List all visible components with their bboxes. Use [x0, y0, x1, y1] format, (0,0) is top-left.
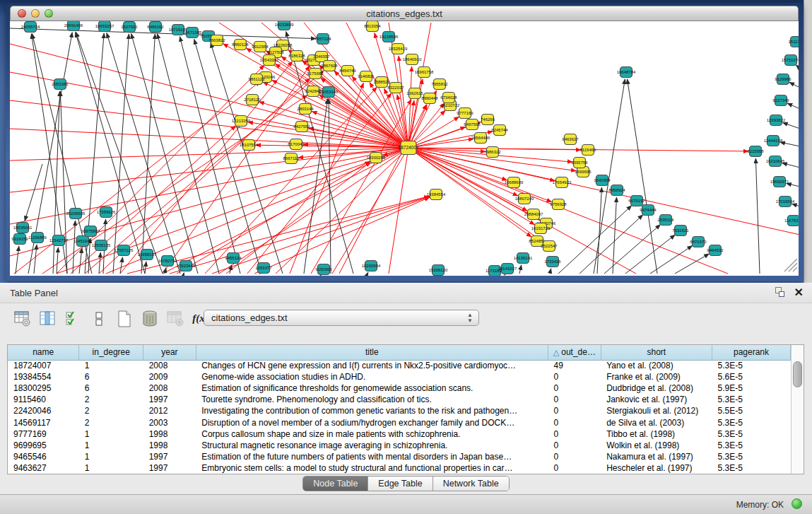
tab-network-table[interactable]: Network Table — [433, 477, 509, 491]
network-node[interactable]: 6679197 — [628, 196, 645, 206]
network-node[interactable]: 10688609 — [505, 177, 524, 188]
network-node[interactable]: 15306120 — [429, 265, 448, 276]
network-node[interactable]: 9474444 — [640, 205, 657, 216]
column-header-short[interactable]: short — [601, 345, 712, 360]
tab-edge-table[interactable]: Edge Table — [368, 477, 433, 491]
table-row[interactable]: 1872400712008Changes of HCN gene express… — [8, 360, 791, 371]
network-node[interactable]: 2522547 — [541, 241, 558, 252]
network-node[interactable]: 9455124 — [225, 253, 242, 264]
network-node[interactable]: 11675333 — [784, 216, 799, 226]
network-node[interactable]: 18640910 — [403, 54, 422, 65]
network-node[interactable]: 8813054 — [364, 21, 381, 32]
table-row[interactable]: 1938455462009Genome-wide association stu… — [8, 371, 791, 382]
network-node[interactable]: 17654923 — [553, 177, 572, 188]
new-table-icon[interactable] — [114, 309, 134, 328]
table-selector-dropdown[interactable]: citations_edges.txt ▲▼ — [204, 310, 479, 326]
table-row[interactable]: 2242004622012Investigating the contribut… — [8, 405, 791, 416]
network-node[interactable]: 9595756 — [571, 158, 588, 168]
delete-rows-icon[interactable] — [140, 309, 159, 328]
network-node[interactable]: 20564486 — [471, 133, 490, 144]
network-node[interactable]: 2053381 — [52, 79, 69, 90]
network-node[interactable]: 2803144 — [297, 104, 314, 115]
network-node[interactable]: 10653257 — [95, 21, 114, 32]
network-node[interactable]: 8990448 — [421, 93, 438, 104]
network-window-titlebar[interactable]: citations_edges.txt — [10, 6, 799, 21]
network-node[interactable]: 9227349 — [772, 95, 789, 106]
network-node[interactable]: 15751074 — [782, 55, 799, 66]
network-node[interactable]: 9115460 — [580, 145, 597, 156]
network-node[interactable]: 8322037 — [387, 83, 404, 93]
network-node[interactable]: 11156889 — [28, 233, 47, 243]
close-panel-icon[interactable]: ✕ — [794, 287, 804, 298]
table-row[interactable]: 1456911722003Disruption of a novel membe… — [8, 416, 791, 428]
network-node[interactable]: 7955812 — [431, 79, 448, 90]
network-node[interactable]: 746266 — [481, 115, 495, 125]
network-node[interactable]: 7986322 — [484, 147, 501, 158]
network-node[interactable]: 8958924 — [608, 185, 625, 196]
network-node[interactable]: 17359926 — [97, 207, 116, 218]
network-graph[interactable]: 2405572420691406106532571527602646616210… — [10, 21, 799, 276]
network-node[interactable]: 9464532 — [707, 245, 724, 256]
column-header-pagerank[interactable]: pagerank — [712, 345, 790, 360]
network-node[interactable]: 24055724 — [21, 22, 40, 33]
network-node[interactable]: 20691406 — [64, 21, 83, 31]
network-node[interactable]: 1733426 — [544, 257, 561, 267]
network-node[interactable]: 6466162 — [147, 22, 164, 33]
table-row[interactable]: 946362711997Embryonic stem cells: a mode… — [8, 462, 791, 474]
network-node[interactable]: 9777169 — [457, 108, 473, 119]
network-node[interactable]: 9146821 — [358, 71, 375, 82]
network-node[interactable]: 1640954 — [594, 175, 611, 186]
network-hub-node[interactable]: 18724007 — [399, 141, 419, 155]
network-node[interactable]: 16033809 — [275, 21, 294, 30]
network-node[interactable]: 8186328 — [288, 51, 305, 62]
column-header-name[interactable]: name — [8, 345, 79, 360]
network-node[interactable]: 8170043 — [288, 139, 305, 150]
column-header-title[interactable]: title — [196, 345, 548, 360]
network-node[interactable]: 9319159 — [11, 234, 28, 245]
network-node[interactable]: 8667110 — [283, 153, 300, 164]
network-node[interactable]: 9912954 — [252, 42, 269, 52]
resize-grip[interactable] — [784, 259, 797, 271]
table-row[interactable]: 1830029562008Estimation of significance … — [8, 382, 791, 394]
network-node[interactable]: 1253377 — [255, 263, 272, 274]
network-node[interactable]: 7857224 — [314, 34, 331, 45]
network-node[interactable]: 9463627 — [562, 134, 579, 145]
network-node[interactable]: 9756928 — [550, 199, 567, 210]
network-node[interactable]: 1511305 — [789, 37, 799, 47]
column-header-out_de[interactable]: △ out_de… — [548, 345, 601, 360]
network-node[interactable]: 19535061 — [13, 223, 33, 233]
network-node[interactable]: 12093822 — [767, 115, 786, 126]
network-node[interactable]: 18807249 — [515, 194, 534, 204]
table-row[interactable]: 977716911998Corpus callosum shape and si… — [8, 428, 791, 440]
table-row[interactable]: 969969511998Structural magnetic resonanc… — [8, 440, 791, 451]
network-node[interactable]: 7663822 — [208, 35, 225, 46]
network-node[interactable]: 9150963 — [315, 264, 332, 275]
network-node[interactable]: 30975887 — [81, 226, 100, 237]
network-node[interactable]: 6497568 — [464, 119, 481, 130]
network-node[interactable]: 6245744 — [491, 125, 508, 136]
network-node[interactable]: 19218596 — [379, 32, 399, 42]
network-canvas[interactable]: 2405572420691406106532571527602646616210… — [10, 21, 799, 276]
select-columns-icon[interactable] — [64, 309, 83, 328]
network-node[interactable]: 8860124 — [232, 40, 249, 50]
network-node[interactable]: 12505135 — [92, 240, 111, 251]
network-node[interactable]: 16648784 — [617, 67, 636, 78]
network-node[interactable]: 9861123 — [249, 74, 266, 85]
network-node[interactable]: 2718120 — [244, 95, 261, 105]
table-scrollbar-thumb[interactable] — [793, 361, 802, 387]
network-node[interactable]: 6471670 — [690, 237, 707, 247]
table-scrollbar[interactable] — [791, 345, 804, 474]
network-node[interactable]: 17016504 — [776, 197, 795, 207]
network-node[interactable]: 7632621 — [672, 226, 689, 236]
row-options-icon[interactable] — [89, 309, 108, 328]
network-node[interactable]: 2867608 — [321, 61, 338, 71]
column-header-in_degree[interactable]: in_degree — [79, 345, 143, 360]
network-node[interactable]: 6734028 — [440, 93, 457, 103]
network-node[interactable]: 16961758 — [415, 67, 434, 78]
network-node[interactable]: 20206505 — [66, 209, 86, 219]
network-node[interactable]: 2935114 — [658, 215, 675, 226]
network-node[interactable]: 9242848 — [305, 86, 322, 97]
network-node[interactable]: 16210645 — [766, 156, 785, 167]
tab-node-table[interactable]: Node Table — [303, 477, 368, 491]
network-node[interactable]: 19384554 — [427, 189, 446, 200]
